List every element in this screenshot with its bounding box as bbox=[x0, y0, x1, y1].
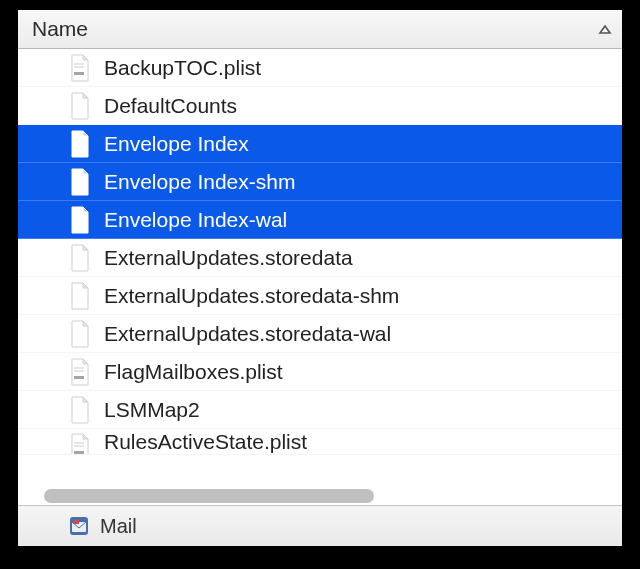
scrollbar-thumb[interactable] bbox=[44, 489, 374, 503]
generic-file-icon bbox=[68, 167, 92, 197]
file-row[interactable]: RulesActiveState.plist bbox=[18, 429, 622, 455]
generic-file-icon bbox=[68, 395, 92, 425]
horizontal-scrollbar[interactable] bbox=[40, 487, 610, 505]
file-name-label: Envelope Index-shm bbox=[104, 170, 295, 194]
generic-file-icon bbox=[68, 205, 92, 235]
plist-file-icon bbox=[68, 432, 92, 455]
file-list[interactable]: BackupTOC.plist DefaultCounts Envelope I… bbox=[18, 49, 622, 505]
file-name-label: FlagMailboxes.plist bbox=[104, 360, 283, 384]
file-row[interactable]: Envelope Index-wal bbox=[18, 201, 622, 239]
file-row[interactable]: Envelope Index-shm bbox=[18, 163, 622, 201]
svg-rect-3 bbox=[74, 376, 84, 379]
column-header-label: Name bbox=[32, 17, 598, 41]
file-row[interactable]: ExternalUpdates.storedata-wal bbox=[18, 315, 622, 353]
generic-file-icon bbox=[68, 281, 92, 311]
sort-ascending-icon bbox=[598, 19, 612, 40]
svg-rect-11 bbox=[73, 520, 79, 524]
file-row[interactable]: LSMMap2 bbox=[18, 391, 622, 429]
plist-file-icon bbox=[68, 53, 92, 83]
generic-file-icon bbox=[68, 91, 92, 121]
file-name-label: Envelope Index bbox=[104, 132, 249, 156]
file-name-label: LSMMap2 bbox=[104, 398, 200, 422]
mail-app-icon bbox=[68, 515, 90, 537]
file-row[interactable]: BackupTOC.plist bbox=[18, 49, 622, 87]
generic-file-icon bbox=[68, 319, 92, 349]
file-row[interactable]: DefaultCounts bbox=[18, 87, 622, 125]
file-name-label: DefaultCounts bbox=[104, 94, 237, 118]
path-bar-label: Mail bbox=[100, 515, 137, 538]
path-bar[interactable]: Mail bbox=[18, 505, 622, 546]
file-name-label: ExternalUpdates.storedata-wal bbox=[104, 322, 391, 346]
svg-rect-6 bbox=[74, 451, 84, 454]
generic-file-icon bbox=[68, 243, 92, 273]
file-row[interactable]: Envelope Index bbox=[18, 125, 622, 163]
file-row[interactable]: ExternalUpdates.storedata-shm bbox=[18, 277, 622, 315]
generic-file-icon bbox=[68, 129, 92, 159]
column-header[interactable]: Name bbox=[18, 10, 622, 49]
file-row[interactable]: ExternalUpdates.storedata bbox=[18, 239, 622, 277]
file-row[interactable]: FlagMailboxes.plist bbox=[18, 353, 622, 391]
file-name-label: Envelope Index-wal bbox=[104, 208, 287, 232]
finder-list-panel: Name BackupTOC.plist DefaultCounts Envel… bbox=[18, 10, 622, 546]
svg-rect-0 bbox=[74, 72, 84, 75]
file-name-label: ExternalUpdates.storedata-shm bbox=[104, 284, 399, 308]
file-name-label: RulesActiveState.plist bbox=[104, 430, 307, 454]
file-name-label: BackupTOC.plist bbox=[104, 56, 261, 80]
plist-file-icon bbox=[68, 357, 92, 387]
file-name-label: ExternalUpdates.storedata bbox=[104, 246, 353, 270]
